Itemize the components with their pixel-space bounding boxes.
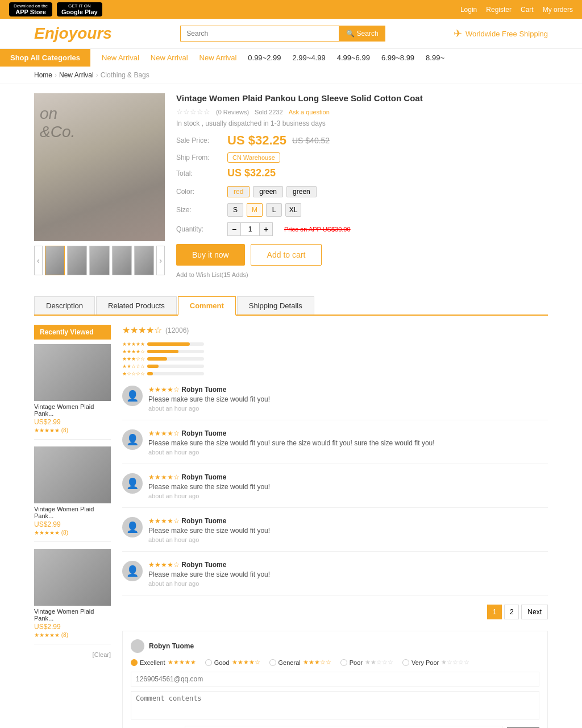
size-btn-xl[interactable]: XL bbox=[285, 203, 301, 217]
color-label: Color: bbox=[176, 188, 222, 196]
ask-question-link[interactable]: Ask a question bbox=[289, 109, 330, 115]
breadcrumb: Home › New Arrival › Clothing & Bags bbox=[0, 67, 582, 84]
breadcrumb-current: Clothing & Bags bbox=[101, 71, 149, 79]
comment-section: ★★★★☆ (12006) ★★★★★ ★★★★☆ ★★★☆☆ ★★☆☆☆ bbox=[122, 325, 548, 728]
size-btn-m[interactable]: M bbox=[247, 203, 263, 217]
color-row: Color: red green green bbox=[176, 186, 548, 197]
thumbnail-5[interactable] bbox=[134, 246, 154, 275]
verify-input[interactable] bbox=[185, 726, 502, 728]
quantity-label: Quantity: bbox=[176, 225, 222, 233]
total-price: US $32.25 bbox=[227, 167, 276, 179]
recently-viewed-title: Recently Viewed bbox=[34, 325, 111, 340]
nav-price-3[interactable]: 4.99~6.99 bbox=[337, 53, 370, 62]
add-to-cart-button[interactable]: Add to cart bbox=[251, 244, 322, 266]
review-item-5: 👤 ★★★★☆ Robyn Tuome Please make sure the… bbox=[122, 561, 548, 595]
recent-image-3[interactable] bbox=[34, 549, 111, 606]
thumbnail-2[interactable] bbox=[67, 246, 87, 275]
nav-price-5[interactable]: 8.99~ bbox=[426, 53, 444, 62]
recent-stars-1: ★★★★★ (8) bbox=[34, 427, 111, 433]
recent-name-2: Vintage Women Plaid Pank... bbox=[34, 506, 111, 519]
color-btn-red[interactable]: red bbox=[227, 186, 250, 197]
total-row: Total: US $32.25 bbox=[176, 167, 548, 179]
nav-price-4[interactable]: 6.99~8.99 bbox=[381, 53, 414, 62]
comment-textarea[interactable] bbox=[131, 691, 539, 719]
color-btn-green-2[interactable]: green bbox=[286, 186, 317, 197]
reviewer-avatar-2: 👤 bbox=[122, 429, 143, 450]
tab-description[interactable]: Description bbox=[34, 296, 95, 315]
nav-price-1[interactable]: 0.99~2.99 bbox=[248, 53, 281, 62]
size-btn-l[interactable]: L bbox=[266, 203, 282, 217]
pagination: 1 2 Next bbox=[122, 605, 548, 619]
rating-very-poor: Very Poor ★☆☆☆☆ bbox=[402, 659, 469, 666]
tab-comment[interactable]: Comment bbox=[178, 296, 236, 316]
shop-all-button[interactable]: Shop All Categories bbox=[0, 49, 90, 67]
free-shipping-text: Worldwide Free Shipping bbox=[465, 30, 548, 38]
top-bar-links: Login Register Cart My orders bbox=[460, 6, 573, 14]
email-input[interactable] bbox=[131, 672, 539, 686]
register-link[interactable]: Register bbox=[486, 6, 512, 14]
product-section: ‹ › Vintage Women Plaid Pankou Long Slee… bbox=[0, 84, 582, 287]
review-item-4: 👤 ★★★★☆ Robyn Tuome Please make sure the… bbox=[122, 517, 548, 552]
app-store-badge[interactable]: Download on the APP Store bbox=[9, 2, 52, 16]
review-time-5: about an hour ago bbox=[148, 580, 270, 587]
review-time-4: about an hour ago bbox=[148, 536, 270, 543]
nav-new-arrival-3[interactable]: New Arrival bbox=[199, 53, 237, 62]
review-text-5: Please make sure the size would fit you! bbox=[148, 570, 270, 578]
recent-stars-2: ★★★★★ (8) bbox=[34, 530, 111, 536]
search-button[interactable]: 🔍 Search bbox=[339, 26, 385, 42]
wishlist-link[interactable]: Add to Wish List(15 Adds) bbox=[176, 271, 548, 278]
recent-image-1[interactable] bbox=[34, 344, 111, 401]
recent-price-1: US$2.99 bbox=[34, 418, 111, 426]
qty-decrease-button[interactable]: − bbox=[228, 223, 240, 235]
overall-count: (12006) bbox=[165, 326, 189, 334]
sold-count: Sold 2232 bbox=[255, 109, 283, 115]
rating-general: General ★★★☆☆ bbox=[269, 659, 331, 666]
top-bar: Download on the APP Store GET IT ON Goog… bbox=[0, 0, 582, 19]
rating-bar-2: ★★☆☆☆ bbox=[122, 363, 204, 369]
breadcrumb-new-arrival[interactable]: New Arrival bbox=[59, 71, 94, 79]
overall-stars: ★★★★☆ bbox=[122, 325, 162, 336]
size-row: Size: S M L XL bbox=[176, 203, 548, 217]
nav-price-2[interactable]: 2.99~4.99 bbox=[293, 53, 326, 62]
content-area: Recently Viewed Vintage Women Plaid Pank… bbox=[0, 325, 582, 728]
nav-new-arrival-1[interactable]: New Arrival bbox=[102, 53, 139, 62]
reviewer-avatar-3: 👤 bbox=[122, 473, 143, 494]
ship-from-label: Ship From: bbox=[176, 154, 222, 162]
thumb-next-button[interactable]: › bbox=[156, 246, 165, 275]
my-orders-link[interactable]: My orders bbox=[543, 6, 573, 14]
nav-new-arrival-2[interactable]: New Arrival bbox=[151, 53, 188, 62]
google-play-badge[interactable]: GET IT ON Google Play bbox=[57, 2, 102, 16]
tab-related[interactable]: Related Products bbox=[96, 296, 177, 315]
page-btn-1[interactable]: 1 bbox=[487, 605, 502, 619]
clear-button[interactable]: [Clear] bbox=[34, 651, 111, 658]
login-link[interactable]: Login bbox=[460, 6, 477, 14]
review-content-3: ★★★★☆ Robyn Tuome Please make sure the s… bbox=[148, 473, 270, 499]
cart-link[interactable]: Cart bbox=[521, 6, 534, 14]
size-btn-s[interactable]: S bbox=[227, 203, 243, 217]
page-btn-2[interactable]: 2 bbox=[504, 605, 519, 619]
thumb-prev-button[interactable]: ‹ bbox=[34, 246, 43, 275]
total-label: Total: bbox=[176, 169, 222, 177]
recent-image-2[interactable] bbox=[34, 446, 111, 503]
sale-price: US $32.25 bbox=[227, 133, 286, 148]
breadcrumb-home[interactable]: Home bbox=[34, 71, 52, 79]
quantity-input[interactable] bbox=[240, 223, 260, 235]
qty-increase-button[interactable]: + bbox=[260, 223, 272, 235]
action-buttons: Buy it now Add to cart bbox=[176, 244, 548, 266]
page-next-button[interactable]: Next bbox=[521, 605, 548, 619]
warehouse-badge: CN Warehouse bbox=[227, 152, 280, 163]
tab-shipping[interactable]: Shipping Details bbox=[237, 296, 314, 315]
product-details: Vintage Women Plaid Pankou Long Sleeve S… bbox=[176, 93, 548, 278]
original-price: US $40.52 bbox=[292, 136, 330, 145]
thumbnail-3[interactable] bbox=[89, 246, 109, 275]
buy-now-button[interactable]: Buy it now bbox=[176, 244, 245, 266]
search-input[interactable] bbox=[180, 26, 339, 42]
reviewer-avatar-5: 👤 bbox=[122, 561, 143, 581]
recent-item-2: Vintage Women Plaid Pank... US$2.99 ★★★★… bbox=[34, 446, 111, 542]
recent-name-1: Vintage Women Plaid Pank... bbox=[34, 403, 111, 417]
recent-stars-3: ★★★★★ (8) bbox=[34, 632, 111, 638]
tabs-bar: Description Related Products Comment Shi… bbox=[34, 296, 548, 316]
color-btn-green-1[interactable]: green bbox=[253, 186, 283, 197]
thumbnail-1[interactable] bbox=[45, 246, 65, 275]
thumbnail-4[interactable] bbox=[112, 246, 132, 275]
